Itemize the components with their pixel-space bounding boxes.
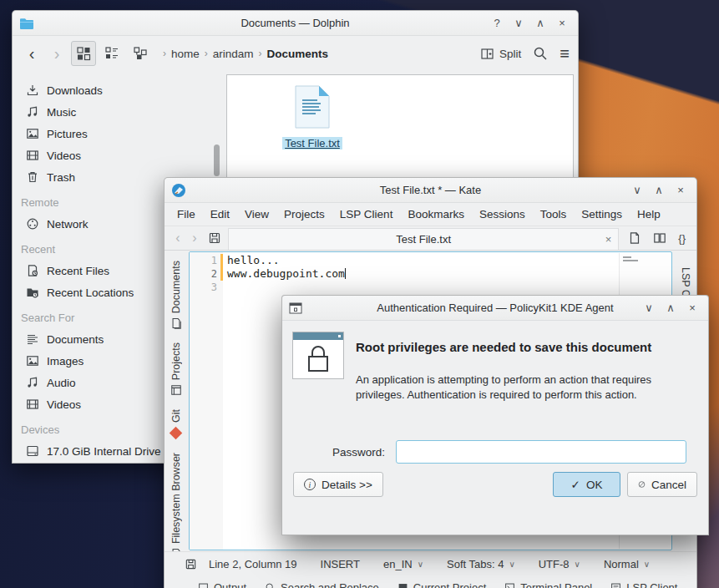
minimize-button[interactable]: ∨ [509, 14, 528, 33]
download-icon [26, 84, 39, 97]
tool-tab-projects[interactable]: Projects [170, 342, 182, 396]
tool-tab-filesystem-browser[interactable]: Filesystem Browser [170, 453, 182, 551]
place-music[interactable]: Music [13, 101, 221, 123]
dialog-titlebar[interactable]: Authentication Required — PolicyKit1 KDE… [282, 296, 708, 321]
kate-left-sidebar: Documents Projects Git Filesystem Browse… [165, 251, 187, 551]
breadcrumb-home[interactable]: home [171, 48, 200, 60]
close-button[interactable]: × [671, 181, 690, 200]
auth-window-icon [289, 302, 302, 314]
trash-icon [26, 170, 39, 184]
terminal-icon [504, 582, 515, 588]
cursor-position[interactable]: Line 2, Column 19 [197, 558, 309, 570]
tab-forward-button[interactable]: › [186, 230, 203, 246]
document-lines-icon [26, 332, 39, 346]
new-document-icon[interactable] [628, 231, 641, 245]
save-status-icon [185, 558, 197, 570]
chevron-down-icon: ∨ [644, 560, 650, 569]
details-view-button[interactable] [99, 41, 124, 66]
split-button[interactable]: Split [480, 47, 521, 61]
bottom-tab-search-replace[interactable]: Search and Replace [265, 581, 379, 588]
kate-statusbar: Line 2, Column 19 INSERT en_IN∨ Soft Tab… [165, 551, 696, 576]
breadcrumb-sep-icon: › [205, 48, 208, 59]
desktop-wallpaper: Documents — Dolphin ? ∨ ∧ × ‹ › [0, 0, 719, 588]
line-number-gutter: 1 2 3 [190, 252, 223, 550]
check-icon: ✓ [571, 478, 580, 491]
cancel-button[interactable]: Cancel [627, 472, 697, 497]
chevron-down-icon: ∨ [418, 560, 423, 569]
breadcrumb-current[interactable]: Documents [267, 48, 329, 60]
password-input[interactable] [396, 440, 686, 464]
maximize-button[interactable]: ∧ [531, 14, 549, 33]
tool-tab-documents[interactable]: Documents [170, 261, 182, 329]
place-pictures[interactable]: Pictures [13, 123, 221, 144]
menu-edit[interactable]: Edit [203, 208, 237, 220]
split-view-icon[interactable] [653, 231, 666, 245]
dictionary-select[interactable]: en_IN∨ [372, 558, 435, 570]
polkit-auth-dialog: Authentication Required — PolicyKit1 KDE… [281, 295, 709, 535]
kate-menubar: File Edit View Projects LSP Client Bookm… [165, 203, 696, 226]
bottom-tab-terminal[interactable]: Terminal Panel [504, 581, 592, 588]
split-icon [480, 47, 494, 61]
place-downloads[interactable]: Downloads [13, 79, 221, 101]
place-videos[interactable]: Videos [13, 144, 221, 166]
line-number: 3 [211, 281, 220, 293]
maximize-button[interactable]: ∧ [661, 299, 680, 317]
menu-sessions[interactable]: Sessions [472, 208, 533, 220]
back-button[interactable]: ‹ [21, 45, 43, 62]
highlighting-select[interactable]: Normal∨ [592, 558, 661, 570]
menu-tools[interactable]: Tools [533, 208, 575, 220]
minimize-button[interactable]: ∨ [640, 299, 658, 317]
project-icon [397, 582, 408, 588]
input-mode[interactable]: INSERT [309, 558, 372, 570]
documents-tool-icon [170, 317, 182, 329]
close-button[interactable]: × [683, 299, 701, 317]
maximize-button[interactable]: ∧ [650, 181, 668, 200]
menu-projects[interactable]: Projects [276, 208, 332, 220]
tab-width-select[interactable]: Soft Tabs: 4∨ [435, 558, 527, 570]
menu-bookmarks[interactable]: Bookmarks [400, 208, 472, 220]
lsp-icon [610, 582, 621, 588]
projects-tool-icon [170, 384, 182, 396]
dolphin-titlebar[interactable]: Documents — Dolphin ? ∨ ∧ × [13, 11, 578, 36]
auth-lock-icon [292, 332, 344, 379]
kate-bottom-toolview-bar: Output Search and Replace Current Projec… [165, 576, 696, 588]
recent-locations-icon [26, 286, 39, 299]
help-button[interactable]: ? [488, 14, 506, 33]
kate-titlebar[interactable]: Test File.txt * — Kate ∨ ∧ × [165, 178, 696, 203]
hamburger-menu-icon[interactable]: ≡ [560, 44, 570, 63]
encoding-select[interactable]: UTF-8∨ [527, 558, 592, 570]
icons-view-button[interactable] [71, 41, 96, 66]
search-icon[interactable] [533, 46, 548, 61]
ok-button[interactable]: ✓ OK [553, 472, 620, 497]
braces-icon[interactable]: {} [678, 232, 686, 245]
file-item[interactable]: Test File.txt [267, 85, 357, 150]
close-button[interactable]: × [553, 14, 571, 33]
tab-close-icon[interactable]: × [605, 233, 612, 246]
menu-settings[interactable]: Settings [574, 208, 630, 220]
breadcrumb-sep-icon: › [259, 48, 262, 59]
menu-view[interactable]: View [237, 208, 276, 220]
tab-back-button[interactable]: ‹ [170, 230, 186, 246]
bottom-tab-current-project[interactable]: Current Project [397, 581, 486, 588]
folder-icon [19, 17, 34, 30]
search-icon [265, 582, 276, 588]
file-name[interactable]: Test File.txt [282, 137, 342, 150]
save-icon[interactable] [208, 231, 221, 245]
bottom-tab-lsp-client[interactable]: LSP Client [610, 581, 677, 588]
menu-file[interactable]: File [170, 208, 203, 220]
tab-test-file[interactable]: Test File.txt × [228, 228, 619, 250]
tree-view-button[interactable] [128, 41, 153, 66]
code-line-2: www.debugpoint.com [227, 267, 671, 281]
menu-lsp-client[interactable]: LSP Client [332, 208, 401, 220]
line-number: 1 [211, 255, 220, 266]
kate-app-icon [171, 183, 186, 198]
details-button[interactable]: i Details >> [293, 472, 383, 497]
forward-button: › [46, 45, 68, 62]
tool-tab-git[interactable]: Git [170, 409, 182, 439]
menu-help[interactable]: Help [630, 208, 668, 220]
bottom-tab-output[interactable]: Output [198, 581, 246, 588]
minimize-button[interactable]: ∨ [628, 181, 646, 200]
sidebar-scrollbar[interactable] [214, 144, 220, 176]
breadcrumb-user[interactable]: arindam [213, 48, 254, 60]
breadcrumb: › home › arindam › Documents [163, 48, 328, 60]
